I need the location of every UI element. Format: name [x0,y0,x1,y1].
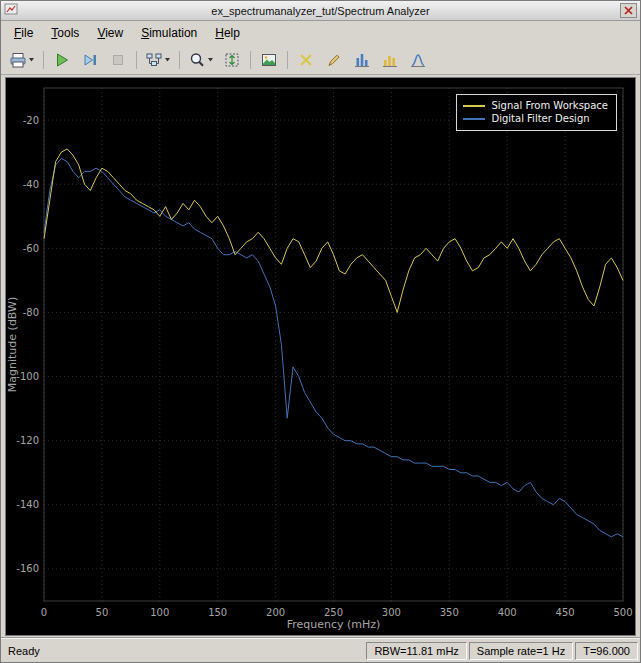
menu-view[interactable]: View [88,23,132,43]
legend-item-digital-filter-design: Digital Filter Design [463,113,608,124]
close-button[interactable] [620,3,637,18]
signal-statistics-icon [325,51,343,69]
svg-text:250: 250 [324,607,343,618]
fit-to-view-button[interactable] [219,48,245,72]
run-button[interactable] [49,48,75,72]
svg-text:400: 400 [498,607,517,618]
print-icon [9,51,27,69]
status-sample-rate: Sample rate=1 Hz [469,642,573,660]
zoom-icon [188,51,206,69]
menu-simulation[interactable]: Simulation [132,23,206,43]
chart-area: 050100150200250300350400450500-20-40-60-… [5,77,636,636]
legend: Signal From Workspace Digital Filter Des… [456,94,617,131]
svg-text:-80: -80 [23,307,39,318]
svg-text:350: 350 [440,607,459,618]
snapshot-icon [260,51,278,69]
peak-finder-button[interactable] [349,48,375,72]
legend-line-yellow [463,105,485,107]
toolbar-separator [136,51,137,69]
ccdf-measurements-icon [409,51,427,69]
menu-file[interactable]: File [5,23,42,43]
step-forward-button[interactable] [77,48,103,72]
svg-text:-140: -140 [16,499,39,510]
dropdown-caret-icon [207,57,214,62]
print-button[interactable] [6,48,38,72]
legend-item-signal-from-workspace: Signal From Workspace [463,100,608,111]
toolbar-separator [179,51,180,69]
stop-icon [109,51,127,69]
peak-finder-icon [353,51,371,69]
step-forward-icon [81,51,99,69]
titlebar[interactable]: ex_spectrumanalyzer_tut/Spectrum Analyze… [1,1,640,21]
menu-tools[interactable]: Tools [42,23,88,43]
simulation-settings-icon [145,51,163,69]
svg-text:-100: -100 [16,371,39,382]
zoom-button[interactable] [185,48,217,72]
simulation-settings-button[interactable] [142,48,174,72]
svg-text:0: 0 [41,607,47,618]
signal-statistics-button[interactable] [321,48,347,72]
svg-text:-120: -120 [16,435,39,446]
distortion-measurements-button[interactable] [377,48,403,72]
svg-text:50: 50 [96,607,109,618]
svg-text:Magnitude (dBW): Magnitude (dBW) [6,297,19,392]
spectrum-analyzer-window: ex_spectrumanalyzer_tut/Spectrum Analyze… [0,0,641,663]
stop-button [105,48,131,72]
svg-text:150: 150 [208,607,227,618]
svg-text:500: 500 [613,607,632,618]
status-ready: Ready [3,645,364,657]
menu-help[interactable]: Help [206,23,249,43]
dropdown-caret-icon [28,57,35,62]
menubar: File Tools View Simulation Help [1,21,640,45]
run-icon [53,51,71,69]
svg-text:-160: -160 [16,563,39,574]
legend-label: Signal From Workspace [491,100,608,111]
legend-line-blue [463,118,485,120]
distortion-measurements-icon [381,51,399,69]
svg-text:-60: -60 [23,243,39,254]
toolbar-separator [287,51,288,69]
window-title: ex_spectrumanalyzer_tut/Spectrum Analyze… [1,5,640,17]
svg-text:-20: -20 [23,115,39,126]
svg-text:450: 450 [556,607,575,618]
spectrum-plot[interactable]: 050100150200250300350400450500-20-40-60-… [6,78,635,635]
svg-text:100: 100 [150,607,169,618]
svg-text:-40: -40 [23,179,39,190]
toolbar-separator [250,51,251,69]
svg-text:Frequency (mHz): Frequency (mHz) [287,618,381,631]
toolbar-separator [43,51,44,69]
svg-text:300: 300 [382,607,401,618]
dropdown-caret-icon [164,57,171,62]
statusbar: Ready RBW=11.81 mHz Sample rate=1 Hz T=9… [1,638,640,662]
legend-label: Digital Filter Design [491,113,589,124]
cursor-measurements-icon [297,51,315,69]
cursor-measurements-button[interactable] [293,48,319,72]
toolbar [1,45,640,75]
ccdf-measurements-button[interactable] [405,48,431,72]
close-icon [624,6,633,15]
status-rbw: RBW=11.81 mHz [366,642,466,660]
fit-to-view-icon [223,51,241,69]
status-time: T=96.000 [575,642,638,660]
snapshot-button[interactable] [256,48,282,72]
svg-text:200: 200 [266,607,285,618]
